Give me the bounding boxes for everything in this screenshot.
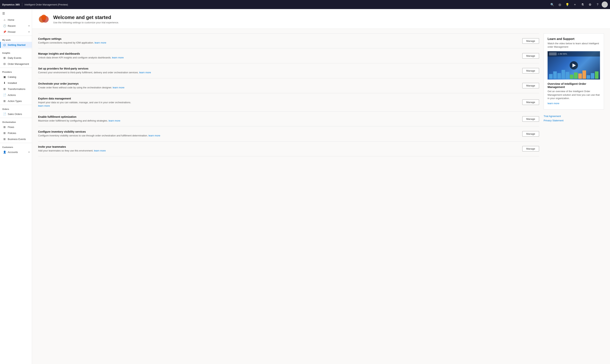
sidebar-item-label: Catalog (8, 76, 16, 78)
sidebar-section-customers: Customers (0, 144, 32, 149)
sidebar-item-catalog[interactable]: ▣ Catalog (0, 74, 32, 80)
transformations-icon: ⊞ (3, 87, 6, 91)
sidebar-item-action-types[interactable]: ⊞ Action Types (0, 98, 32, 104)
learn-more-link[interactable]: learn more (94, 149, 106, 152)
manage-button-3[interactable]: Manage (522, 83, 539, 88)
learn-more-link[interactable]: learn more (139, 71, 151, 74)
manage-button-1[interactable]: Manage (522, 53, 539, 59)
accounts-icon: 👤 (3, 151, 6, 154)
sidebar-item-transformations[interactable]: ⊞ Transformations (0, 86, 32, 92)
manage-button-2[interactable]: Manage (522, 68, 539, 74)
right-panel: Learn and Support Watch the video below … (544, 33, 604, 156)
sidebar-item-label: Order Management (8, 63, 29, 65)
gs-item-desc: Add your teammates so they use this envi… (38, 149, 518, 152)
manage-button-6[interactable]: Manage (522, 131, 539, 137)
gs-item-desc: Configure connections required by IOM ap… (38, 41, 518, 44)
sidebar-item-order-management[interactable]: ⊟ Order Management (0, 61, 32, 67)
manage-button-0[interactable]: Manage (522, 38, 539, 44)
gs-item-text: Invite your teammates Add your teammates… (38, 145, 518, 152)
sidebar-item-actions[interactable]: 📄 Actions (0, 92, 32, 98)
sidebar-item-flows[interactable]: ⊞ Flows (0, 124, 32, 130)
main-layout: ☰ ⌂ Home 🕐 Recent ▾ 📌 Pinned ▾ My work ◻… (0, 9, 610, 364)
gs-item-enable-fulfillment: Enable fulfillment optimization Maximize… (38, 112, 539, 126)
gs-item-text: Enable fulfillment optimization Maximize… (38, 115, 518, 122)
sidebar-item-recent[interactable]: 🕐 Recent ▾ (0, 23, 32, 29)
sidebar-item-label: Policies (8, 132, 16, 134)
lightbulb-button[interactable]: 💡 (564, 1, 571, 8)
trial-agreement-link[interactable]: Trial Agreement (544, 115, 604, 117)
chart-bar (557, 73, 561, 79)
support-card-title: Learn and Support (548, 37, 600, 41)
sidebar-item-label: Actions (8, 94, 16, 96)
sidebar-divider-4 (0, 105, 32, 105)
gs-item-title: Manage insights and dashboards (38, 52, 518, 55)
learn-more-link[interactable]: learn more (148, 134, 160, 137)
support-card-desc: Watch the video below to learn about Int… (548, 42, 600, 49)
sidebar-item-label: Action Types (8, 100, 22, 103)
sidebar-item-pinned[interactable]: 📌 Pinned ▾ (0, 29, 32, 35)
video-thumbnail[interactable]: 2.4M 86% (548, 51, 600, 79)
chart-bar (587, 75, 590, 79)
gs-item-title: Configure settings (38, 37, 518, 40)
gs-item-desc: Unlock data driven KPI insights and conf… (38, 56, 518, 59)
sidebar-item-installed[interactable]: ⬇ Installed (0, 80, 32, 86)
sidebar-item-label: Business Events (8, 138, 26, 141)
page-title: Welcome and get started (53, 14, 119, 20)
learn-more-link[interactable]: learn more (113, 86, 124, 89)
topbar: Dynamics 365 Intelligent Order Managemen… (0, 0, 610, 9)
copilot-button[interactable]: ◎ (556, 1, 563, 8)
getting-started-icon: ◻ (3, 43, 6, 46)
learn-more-link[interactable]: learn more (109, 119, 120, 122)
sidebar-item-policies[interactable]: ⊞ Policies (0, 130, 32, 136)
recent-icon: 🕐 (3, 24, 6, 27)
installed-icon: ⬇ (3, 81, 6, 84)
page-subtitle: Use the following settings to customize … (53, 21, 119, 24)
learn-more-link[interactable]: learn more (95, 41, 106, 44)
settings-button[interactable]: ⚙ (587, 1, 593, 8)
video-chart-bars (548, 68, 600, 79)
sidebar-item-daily-events[interactable]: ⊞ Daily Events (0, 55, 32, 61)
learn-more-link[interactable]: learn more (112, 56, 124, 59)
help-button[interactable]: ？ (594, 1, 601, 8)
getting-started-list: Configure settings Configure connections… (38, 33, 539, 156)
gs-item-desc: Configure inventory visibility services … (38, 134, 518, 137)
learn-more-link[interactable]: learn more (38, 104, 50, 107)
gs-item-title: Set up providers for third-party service… (38, 67, 518, 70)
sidebar-item-label: Sales Orders (8, 113, 22, 116)
sidebar-divider-5 (0, 118, 32, 118)
gs-item-text: Manage insights and dashboards Unlock da… (38, 52, 518, 59)
sales-orders-icon: 📄 (3, 113, 6, 116)
manage-button-5[interactable]: Manage (522, 116, 539, 122)
user-avatar[interactable] (602, 1, 608, 8)
gs-item-title: Configure inventory visibility services (38, 130, 518, 133)
privacy-statement-link[interactable]: Privacy Statement (544, 119, 604, 122)
gs-item-configure-settings: Configure settings Configure connections… (38, 33, 539, 48)
manage-button-7[interactable]: Manage (522, 146, 539, 152)
video-learn-more-link[interactable]: learn more (548, 102, 600, 105)
search-button[interactable]: 🔍 (549, 1, 556, 8)
sidebar-item-home[interactable]: ⌂ Home (0, 17, 32, 23)
sidebar-item-label: Recent (8, 25, 15, 27)
sidebar-item-label: Installed (8, 82, 17, 84)
sidebar-item-label: Daily Events (8, 56, 21, 59)
sidebar-item-getting-started[interactable]: ◻ Getting Started (0, 42, 32, 48)
chart-bar (578, 74, 582, 79)
gs-item-desc: Create order flows without code by using… (38, 86, 518, 89)
hamburger-button[interactable]: ☰ (0, 9, 32, 17)
sidebar-item-sales-orders[interactable]: 📄 Sales Orders (0, 111, 32, 117)
sidebar-item-label: Pinned (8, 30, 15, 33)
add-button[interactable]: ＋ (571, 1, 578, 8)
sidebar: ☰ ⌂ Home 🕐 Recent ▾ 📌 Pinned ▾ My work ◻… (0, 9, 32, 364)
sidebar-item-business-events[interactable]: ⊞ Business Events (0, 136, 32, 142)
sidebar-item-accounts[interactable]: 👤 Accounts ▾ (0, 149, 32, 155)
sidebar-divider-3 (0, 68, 32, 68)
gs-item-desc: Import your data so you can validate, ma… (38, 101, 518, 108)
gs-item-setup-providers: Set up providers for third-party service… (38, 63, 539, 78)
filter-button[interactable]: ⚗ (579, 1, 586, 8)
sidebar-section-orchestration: Orchestration (0, 119, 32, 124)
play-triangle-icon (572, 64, 576, 67)
video-title: Overview of Intelligent Order Management (548, 82, 600, 89)
sidebar-item-label: Home (8, 18, 14, 21)
manage-button-4[interactable]: Manage (522, 100, 539, 105)
sidebar-item-label: Accounts (8, 151, 18, 154)
